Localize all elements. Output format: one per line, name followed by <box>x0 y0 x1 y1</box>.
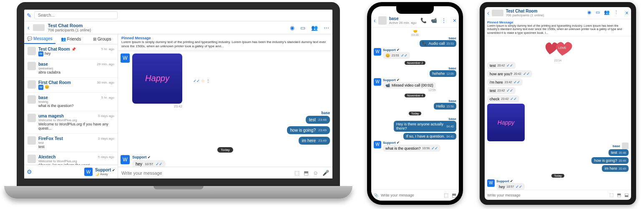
message-bubble[interactable]: test 20:42 ✓✓ <box>487 62 516 69</box>
record-icon[interactable]: ◉ <box>290 25 294 31</box>
tab-messages[interactable]: 💬Messages <box>24 34 55 44</box>
gif-icon[interactable]: ⬚ <box>294 170 299 176</box>
pinned-text: Lorem Ipsum is simply dummy text of the … <box>487 24 629 35</box>
message-bubble[interactable]: what is the question? 10:56 ✓✓ <box>383 145 440 152</box>
video-icon[interactable]: 📹 <box>431 18 437 23</box>
sticker-icon[interactable]: ⬒ <box>452 192 456 198</box>
room-subtitle: 706 participants (1 online) <box>506 13 544 17</box>
message-bubble[interactable]: hehehe 12:05 <box>430 70 456 77</box>
contact-name[interactable]: base <box>389 16 417 21</box>
conversation-item[interactable]: FireFox Test3 days agotesttest <box>24 134 118 152</box>
search-input[interactable] <box>34 11 118 19</box>
record-icon[interactable]: ◉ <box>587 10 591 16</box>
pinned-message[interactable]: Pinned Message Lorem Ipsum is simply dum… <box>485 19 631 36</box>
close-icon[interactable]: × <box>453 17 456 24</box>
message-input[interactable] <box>487 193 607 197</box>
verified-icon: ✔ <box>148 155 151 159</box>
conversation-item[interactable]: Test Chat Room 📌5 hr. agoWhey <box>24 44 118 59</box>
audio-call-bubble[interactable]: 📞 Audio call 23:53 <box>420 40 456 47</box>
tablet-composer: ⬚⬒⬓ <box>485 190 631 200</box>
attachment-icon[interactable]: ⬓ <box>624 192 629 198</box>
message-bubble[interactable]: test 23:42 ✓✓ <box>487 87 516 94</box>
pinned-message[interactable]: Pinned Message Lorem Ipsum is simply dum… <box>118 34 332 51</box>
message-input[interactable] <box>121 171 291 176</box>
pinned-title: Pinned Message <box>121 36 329 40</box>
conversation-item[interactable]: First Chat Room30 min. agoW😊 <box>24 78 118 93</box>
gif-icon[interactable]: ⬚ <box>444 192 448 198</box>
message-bubble[interactable]: Hey is there anyone actually there? 04:4… <box>394 121 456 132</box>
message-bubble[interactable]: im here 20:49 <box>602 165 629 172</box>
back-icon[interactable]: ‹ <box>487 10 489 16</box>
attachment-icon[interactable]: 📎 <box>374 193 378 197</box>
message-bubble[interactable]: hey 10:57 ✓✓ <box>496 183 525 190</box>
message-bubble[interactable]: hey10:57 ✓✓ <box>132 160 166 167</box>
room-avatar <box>492 10 503 16</box>
message-more-icon[interactable]: ⋮ <box>206 79 210 83</box>
message-bubble[interactable]: 😊 23:53 ✓✓ <box>383 52 410 59</box>
conversation-list: Test Chat Room 📌5 hr. agoWhey base29 min… <box>24 44 118 165</box>
message-bubble[interactable]: how is going? 20:49 <box>591 157 629 164</box>
message-bubble[interactable]: i'm here 23:42 ✓✓ <box>487 79 523 86</box>
more-icon[interactable]: ⋯ <box>324 25 329 31</box>
message-bubble[interactable]: im here23:49 <box>299 137 330 145</box>
conversation-item[interactable]: Alextech5 days agoWelcome to WordPlus.or… <box>24 152 118 165</box>
gif-icon[interactable]: ⬚ <box>609 192 614 198</box>
user-avatar[interactable]: W <box>84 168 93 176</box>
message-time: 03:20 <box>374 33 456 36</box>
mic-icon[interactable]: 🎤 <box>322 170 329 176</box>
contact-status: Active 26 min. ago <box>389 21 417 25</box>
avatar: W <box>374 48 381 56</box>
room-title[interactable]: Test Chat Room <box>506 9 544 13</box>
phone-chat[interactable]: 🤝 03:20 base 📞 Audio call 23:53 WSupport… <box>371 28 459 193</box>
avatar <box>378 16 387 25</box>
sticker-icon[interactable]: ⬒ <box>617 192 621 198</box>
image-message[interactable]: Happy <box>487 104 525 141</box>
room-title[interactable]: Test Chat Room <box>48 23 91 28</box>
composer: ⬚ ⬒ ☺ 🎤 <box>118 167 332 178</box>
missed-call-bubble[interactable]: 📹 Missed video call (00:02) <box>383 82 436 89</box>
conversation-item[interactable]: base29 min. agoqwewewqabra cadabra <box>24 59 118 78</box>
chat-icon[interactable]: ▭ <box>596 10 600 16</box>
top-bar: ✎ <box>24 10 332 21</box>
image-message[interactable]: Happy <box>132 54 182 104</box>
more-icon[interactable]: ⋮ <box>441 18 446 23</box>
conversation-item[interactable]: uma magesh3 days agoWelcome to WordPlus.… <box>24 111 118 134</box>
message-time: 23:14 <box>487 59 629 62</box>
tab-groups[interactable]: ⊞Groups <box>86 34 118 44</box>
w-badge: W <box>38 51 43 56</box>
conversation-item[interactable]: base5 hr. agotestingwhat is the question… <box>24 93 118 111</box>
message-bubble[interactable]: test23:48 <box>306 116 330 124</box>
tablet-chat[interactable]: LOVE 23:14 test 20:42 ✓✓ how are you? 20… <box>485 36 631 190</box>
compose-icon[interactable]: ✎ <box>27 12 32 19</box>
call-icon[interactable]: 📞 <box>420 18 427 23</box>
message-bubble[interactable]: how is going?23:49 <box>287 126 330 134</box>
chat-scroll[interactable]: W Happy 23:42 ✓✓ ☆ ⋮ base test23:48 how … <box>118 51 332 167</box>
message-bubble[interactable]: If so, I have a question. 04:41 <box>403 133 456 140</box>
message-bubble[interactable]: how are you? 20:42 ✓✓ <box>487 70 532 77</box>
message-bubble[interactable]: Hello 15:58 <box>434 103 456 110</box>
message-bubble[interactable]: check 23:42 ✓✓ <box>487 95 519 102</box>
room-subtitle: 706 participants (1 online) <box>48 28 91 32</box>
pin-icon: 📌 <box>71 47 76 51</box>
date-separator: November 2 <box>405 61 425 65</box>
people-icon[interactable]: 👥 <box>604 10 610 16</box>
pinned-title: Pinned Message <box>487 20 629 24</box>
more-icon[interactable]: ⋮ <box>614 10 619 16</box>
message-bubble[interactable]: test 20:48 <box>609 149 629 156</box>
back-icon[interactable]: ‹ <box>374 17 376 24</box>
phone-notch <box>396 6 434 14</box>
emoji-icon[interactable]: ☺ <box>313 170 318 176</box>
star-icon[interactable]: ☆ <box>201 79 205 83</box>
back-icon[interactable]: ‹ <box>28 24 30 31</box>
phone-composer: 📎 ⬚⬒ <box>371 189 459 201</box>
sender-name: base <box>374 117 456 121</box>
message-input[interactable] <box>381 193 441 197</box>
attachment-icon[interactable]: ⬒ <box>304 170 309 176</box>
tab-friends[interactable]: 👥Friends <box>55 34 87 44</box>
settings-icon[interactable]: ⚙ <box>27 168 32 175</box>
sticker-message[interactable]: LOVE <box>487 40 629 57</box>
people-icon[interactable]: 👥 <box>311 25 318 31</box>
close-icon[interactable]: × <box>625 10 629 16</box>
sender-name: base <box>121 111 330 115</box>
chat-icon[interactable]: ▭ <box>300 25 305 31</box>
